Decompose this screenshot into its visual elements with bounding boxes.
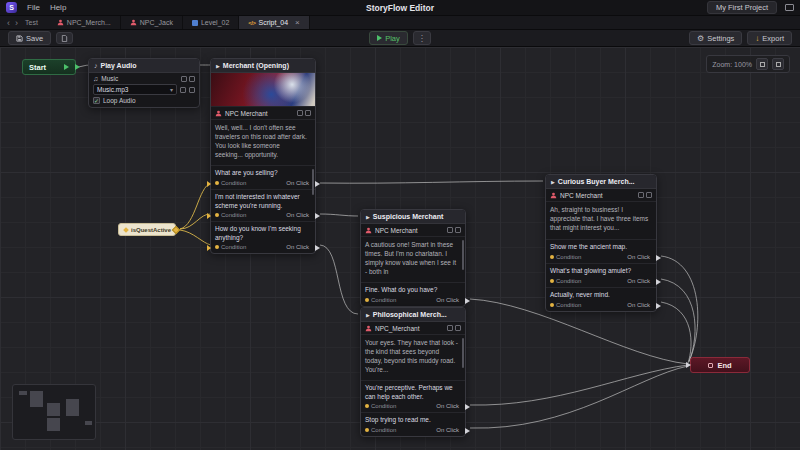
duplicate-icon[interactable] [447, 325, 453, 331]
play-audio-node[interactable]: ♪ Play Audio ♫ Music Music.mp3 ▾ [88, 58, 200, 108]
duplicate-icon[interactable] [638, 192, 644, 198]
choice-text[interactable]: How do you know I'm seeking anything? [211, 222, 315, 242]
person-icon [365, 227, 372, 234]
choice-text[interactable]: Actually, never mind. [546, 288, 656, 300]
start-output-port[interactable] [75, 64, 80, 70]
choice: Fine. What do you have? Condition On Cli… [361, 283, 465, 306]
scrollbar[interactable] [462, 240, 464, 270]
settings-button[interactable]: ⚙ Settings [689, 31, 742, 45]
curious-buyer-node[interactable]: ▶ Curious Buyer Merch... NPC Merchant Ah… [545, 174, 657, 312]
on-click-output-port[interactable] [315, 245, 320, 251]
node-header[interactable]: ♪ Play Audio [89, 59, 199, 73]
audio-settings-icon[interactable] [181, 76, 187, 82]
expand-icon[interactable] [455, 325, 461, 331]
on-click-label: On Click [286, 212, 309, 218]
node-header[interactable]: ▶ Philosophical Merch... [361, 308, 465, 322]
choice-condition-row: Condition On Click [211, 210, 315, 221]
minimap[interactable] [12, 384, 96, 440]
on-click-output-port[interactable] [315, 181, 320, 187]
duplicate-icon[interactable] [297, 110, 303, 116]
condition-label: Condition [221, 244, 246, 250]
on-click-output-port[interactable] [465, 298, 470, 304]
speaker-name: NPC Merchant [560, 192, 603, 199]
merchant-opening-node[interactable]: ▶ Merchant (Opening) NPC Merchant Well, … [210, 58, 316, 254]
node-title: Play Audio [101, 62, 137, 69]
choice-text[interactable]: I'm not interested in whatever scheme yo… [211, 190, 315, 210]
choice-text[interactable]: Show me the ancient map. [546, 240, 656, 252]
project-name-button[interactable]: My First Project [707, 1, 777, 14]
condition-label: Condition [221, 212, 246, 218]
node-header[interactable]: ▶ Suspicious Merchant [361, 210, 465, 224]
browse-file-icon[interactable] [180, 87, 186, 93]
fullscreen-button[interactable] [772, 58, 784, 70]
save-button[interactable]: Save [8, 31, 51, 45]
dialogue-text[interactable]: Ah, straight to business! I appreciate t… [546, 202, 656, 240]
philosophical-merchant-node[interactable]: ▶ Philosophical Merch... NPC_Merchant Yo… [360, 307, 466, 437]
condition-label: Condition [371, 297, 396, 303]
condition-icon [550, 279, 554, 283]
tab-level-02[interactable]: Level_02 [183, 16, 239, 29]
condition-input-port[interactable] [207, 245, 211, 251]
choice-text[interactable]: Stop trying to read me. [361, 413, 465, 425]
node-header[interactable]: ▶ Merchant (Opening) [211, 59, 315, 73]
audio-file-value: Music.mp3 [97, 86, 128, 93]
zoom-fit-button[interactable] [756, 58, 768, 70]
tab-label: Level_02 [201, 19, 229, 26]
tab-npc-jack[interactable]: NPC_Jack [121, 16, 183, 29]
dialogue-text[interactable]: Well, well... I don't often see traveler… [211, 120, 315, 166]
audio-preview-icon[interactable] [189, 76, 195, 82]
chevron-down-icon: ▾ [170, 86, 173, 93]
close-icon[interactable]: × [295, 18, 300, 27]
dialogue-text[interactable]: Your eyes. They have that look - the kin… [361, 335, 465, 381]
expand-icon[interactable] [455, 227, 461, 233]
loop-audio-checkbox[interactable]: ✓ [93, 97, 100, 104]
start-node[interactable]: Start [22, 59, 76, 75]
nav-forward-icon[interactable]: › [15, 18, 18, 28]
dialogue-text[interactable]: A cautious one! Smart in these times. Bu… [361, 237, 465, 283]
window-icon[interactable] [785, 4, 794, 11]
tab-npc-merch[interactable]: NPC_Merch... [48, 16, 121, 29]
on-click-output-port[interactable] [656, 255, 661, 261]
on-click-label: On Click [436, 297, 459, 303]
choice-text[interactable]: What's that glowing amulet? [546, 264, 656, 276]
nav-back-icon[interactable]: ‹ [7, 18, 10, 28]
condition-label: Condition [371, 427, 396, 433]
on-click-output-port[interactable] [315, 213, 320, 219]
choice-text[interactable]: You're perceptive. Perhaps we can help e… [361, 381, 465, 401]
on-click-output-port[interactable] [656, 303, 661, 309]
on-click-output-port[interactable] [656, 279, 661, 285]
choice-text[interactable]: What are you selling? [211, 166, 315, 178]
node-graph-canvas[interactable]: Start ♪ Play Audio ♫ Music [0, 47, 800, 450]
speaker-name: NPC Merchant [225, 110, 268, 117]
tab-bar: ‹ › Test NPC_Merch... NPC_Jack Level_02 … [0, 16, 800, 30]
choice-text[interactable]: Fine. What do you have? [361, 283, 465, 295]
quest-variable-node[interactable]: isQuestActive [118, 223, 176, 236]
choice-condition-row: Condition On Click [211, 242, 315, 253]
end-node[interactable]: End [690, 357, 750, 373]
speaker-row: NPC Merchant [361, 224, 465, 237]
audio-file-select[interactable]: Music.mp3 ▾ [93, 84, 177, 95]
refresh-icon[interactable] [189, 87, 195, 93]
export-button[interactable]: ↓ Export [747, 31, 792, 45]
on-click-output-port[interactable] [465, 428, 470, 434]
suspicious-merchant-node[interactable]: ▶ Suspicious Merchant NPC Merchant A cau… [360, 209, 466, 307]
menu-help[interactable]: Help [50, 3, 66, 12]
more-options-button[interactable]: ⋮ [413, 31, 431, 45]
play-button[interactable]: Play [369, 31, 408, 45]
on-click-label: On Click [627, 302, 650, 308]
choice-condition-row: Condition On Click [211, 178, 315, 189]
scrollbar[interactable] [462, 338, 464, 368]
tab-script-04[interactable]: </> Script_04 × [239, 16, 309, 29]
condition-input-port[interactable] [207, 181, 211, 187]
node-header[interactable]: ▶ Curious Buyer Merch... [546, 175, 656, 189]
menu-file[interactable]: File [27, 3, 40, 12]
duplicate-icon[interactable] [447, 227, 453, 233]
condition-input-port[interactable] [207, 213, 211, 219]
input-port[interactable] [686, 362, 691, 368]
open-file-button[interactable] [56, 32, 73, 44]
expand-icon[interactable] [305, 110, 311, 116]
quest-variable-label: isQuestActive [131, 227, 171, 233]
expand-icon[interactable] [646, 192, 652, 198]
on-click-output-port[interactable] [465, 404, 470, 410]
variable-output-port[interactable] [172, 225, 180, 233]
